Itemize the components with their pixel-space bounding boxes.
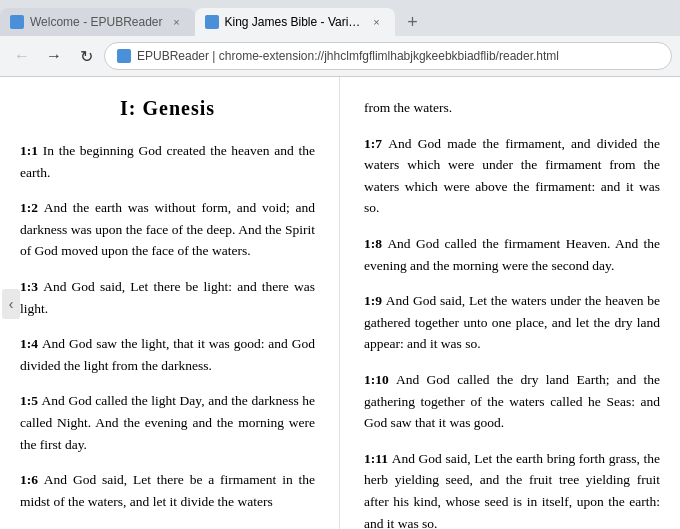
prev-page-button[interactable]: ‹	[2, 289, 20, 319]
tab2-label: King James Bible - Various	[225, 15, 363, 29]
verse-1-6: 1:6 And God said, Let there be a firmame…	[20, 469, 315, 512]
address-favicon	[117, 49, 131, 63]
verse-1-8-ref: 1:8	[364, 236, 387, 251]
verse-1-5-text: And God called the light Day, and the da…	[20, 393, 315, 451]
verse-1-11: 1:11 And God said, Let the earth bring f…	[364, 448, 660, 529]
verse-1-5: 1:5 And God called the light Day, and th…	[20, 390, 315, 455]
new-tab-button[interactable]: +	[399, 8, 427, 36]
tab2-favicon	[205, 15, 219, 29]
verse-1-3-text: And God said, Let there be light: and th…	[20, 279, 315, 316]
right-intro: from the waters.	[364, 100, 452, 115]
nav-bar: ← → ↻ EPUBReader | chrome-extension://jh…	[0, 36, 680, 76]
tab-bar: Welcome - EPUBReader × King James Bible …	[0, 0, 680, 36]
verse-1-10: 1:10 And God called the dry land Earth; …	[364, 369, 660, 434]
verse-1-2-text: And the earth was without form, and void…	[20, 200, 315, 258]
verse-1-10-text: And God called the dry land Earth; and t…	[364, 372, 660, 430]
verse-1-10-ref: 1:10	[364, 372, 396, 387]
verse-1-1-ref: 1:1	[20, 143, 43, 158]
reader-container: ‹ I: Genesis 1:1 In the beginning God cr…	[0, 77, 680, 529]
verse-1-8-text: And God called the firmament Heaven. And…	[364, 236, 660, 273]
right-panel: from the waters. 1:7 And God made the fi…	[340, 77, 680, 529]
tab2-close-button[interactable]: ×	[369, 14, 385, 30]
forward-button[interactable]: →	[40, 42, 68, 70]
verse-1-11-ref: 1:11	[364, 451, 392, 466]
tab1-close-button[interactable]: ×	[169, 14, 185, 30]
right-intro-text: from the waters.	[364, 97, 660, 119]
verse-1-9-ref: 1:9	[364, 293, 386, 308]
left-panel: ‹ I: Genesis 1:1 In the beginning God cr…	[0, 77, 340, 529]
verse-1-4: 1:4 And God saw the light, that it was g…	[20, 333, 315, 376]
verse-1-4-ref: 1:4	[20, 336, 42, 351]
verse-1-3: 1:3 And God said, Let there be light: an…	[20, 276, 315, 319]
verse-1-1: 1:1 In the beginning God created the hea…	[20, 140, 315, 183]
verse-1-2: 1:2 And the earth was without form, and …	[20, 197, 315, 262]
verse-1-2-ref: 1:2	[20, 200, 44, 215]
verse-1-7-text: And God made the firmament, and divided …	[364, 136, 660, 216]
verse-1-9: 1:9 And God said, Let the waters under t…	[364, 290, 660, 355]
verse-1-8: 1:8 And God called the firmament Heaven.…	[364, 233, 660, 276]
verse-1-7: 1:7 And God made the firmament, and divi…	[364, 133, 660, 219]
address-bar[interactable]: EPUBReader | chrome-extension://jhhclmfg…	[104, 42, 672, 70]
verse-1-11-text: And God said, Let the earth bring forth …	[364, 451, 660, 529]
reload-button[interactable]: ↻	[72, 42, 100, 70]
verse-1-6-ref: 1:6	[20, 472, 44, 487]
tab-epubreader[interactable]: Welcome - EPUBReader ×	[0, 8, 195, 36]
verse-1-7-ref: 1:7	[364, 136, 388, 151]
verse-1-9-text: And God said, Let the waters under the h…	[364, 293, 660, 351]
verse-1-1-text: In the beginning God created the heaven …	[20, 143, 315, 180]
address-url: EPUBReader | chrome-extension://jhhclmfg…	[137, 49, 559, 63]
tab1-favicon	[10, 15, 24, 29]
tab1-label: Welcome - EPUBReader	[30, 15, 163, 29]
verse-1-3-ref: 1:3	[20, 279, 43, 294]
verse-1-6-text: And God said, Let there be a firmament i…	[20, 472, 315, 509]
verse-1-4-text: And God saw the light, that it was good:…	[20, 336, 315, 373]
chapter-title: I: Genesis	[20, 97, 315, 120]
tab-kjb[interactable]: King James Bible - Various ×	[195, 8, 395, 36]
verse-1-5-ref: 1:5	[20, 393, 42, 408]
back-button[interactable]: ←	[8, 42, 36, 70]
browser-chrome: Welcome - EPUBReader × King James Bible …	[0, 0, 680, 77]
